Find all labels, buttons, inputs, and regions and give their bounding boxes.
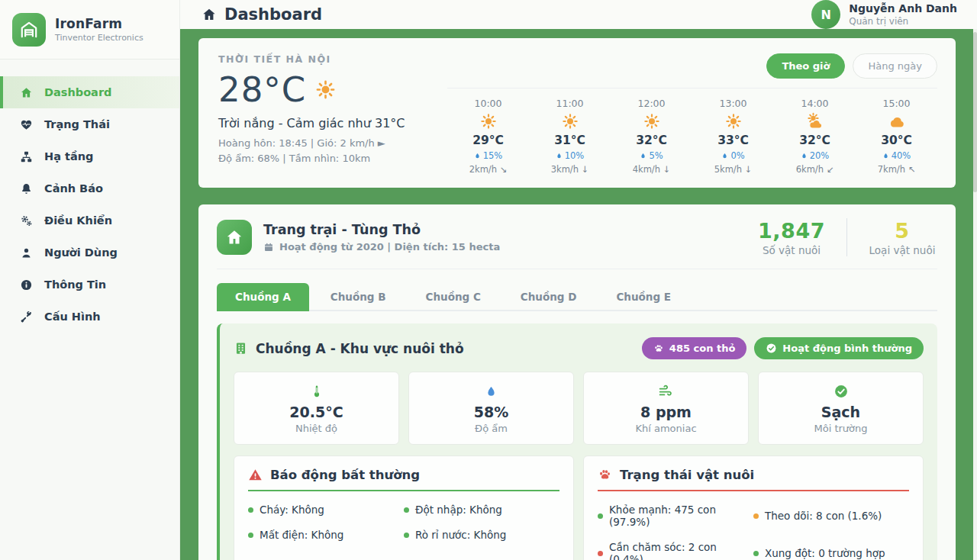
user-name: Nguyễn Anh Danh [849,2,957,16]
forecast-temp: 30°C [881,134,912,147]
brand-header: IronFarm Tinventor Electronics [0,0,179,60]
wind-direction-arrow: ↘ [500,164,508,175]
forecast-temp: 32°C [799,134,830,147]
forecast-wind: 4km/h ↓ [633,164,671,175]
droplet-icon [882,152,889,160]
user-menu[interactable]: N Nguyễn Anh Danh Quản trị viên [811,0,957,29]
metric-humidity: 58% Độ ẩm [408,372,574,445]
hourly-toggle-button[interactable]: Theo giờ [766,53,845,79]
sidebar-item-configuration[interactable]: Cấu Hình [0,301,179,333]
forecast-temp: 32°C [636,134,667,147]
metric-label: Nhiệt độ [242,423,391,434]
content-area: THỜI TIẾT HÀ NỘI 28°C Trời nắng - Cảm gi… [180,29,977,560]
forecast-rain: 15% [474,150,503,161]
sidebar-item-dashboard[interactable]: Dashboard [0,76,179,108]
list-item: Rò rỉ nước: Không [404,529,559,541]
list-item: Theo dõi: 8 con (1.6%) [753,504,909,528]
forecast-toggle-group: Theo giờ Hàng ngày [447,53,937,79]
droplet-icon [474,152,481,160]
droplet-icon [417,383,566,400]
forecast-rain: 20% [801,150,830,161]
weather-detail-line2: Độ ẩm: 68% | Tầm nhìn: 10km [218,151,441,166]
droplet-icon [801,152,808,160]
tab-barn-b[interactable]: Chuồng B [312,283,405,311]
sun-icon [725,112,742,130]
stat-label: Số vật nuôi [756,244,827,256]
sidebar-item-infrastructure[interactable]: Hạ tầng [0,140,179,172]
forecast-temp: 29°C [472,134,504,147]
home-icon [202,7,217,22]
forecast-hour: 14:00 32°C 20% 6km/h ↙ [774,96,856,175]
sidebar-item-alerts[interactable]: Cảnh Báo [0,172,179,204]
forecast-wind: 3km/h ↓ [551,164,589,175]
sidebar-item-information[interactable]: Thông Tin [0,269,179,301]
gears-icon [18,214,34,227]
brand-subtitle: Tinventor Electronics [55,33,143,43]
stat-label: Loại vật nuôi [867,244,937,256]
sitemap-icon [18,150,34,163]
sidebar-item-control[interactable]: Điều Khiển [0,204,179,237]
livestock-panel-title: Trạng thái vật nuôi [620,468,754,482]
scrollbar-thumb[interactable] [973,32,977,192]
main-area: Dashboard N Nguyễn Anh Danh Quản trị viê… [180,0,977,560]
tab-barn-e[interactable]: Chuồng E [598,283,689,311]
forecast-temp: 31°C [554,134,585,147]
forecast-hour: 11:00 31°C 10% 3km/h ↓ [529,96,611,175]
page-title: Dashboard [202,5,322,24]
stat-divider [846,218,847,256]
metric-temperature: 20.5°C Nhiệt độ [234,372,399,445]
wind-icon [592,383,740,400]
forecast-wind: 5km/h ↓ [714,164,753,175]
sidebar-item-status[interactable]: Trạng Thái [0,108,179,140]
current-temperature: 28°C [218,69,306,110]
forecast-hour: 12:00 32°C 5% 4km/h ↓ [611,96,692,175]
metric-label: Độ ẩm [417,423,566,434]
stat-value: 5 [867,219,937,243]
home-icon [18,86,34,99]
farm-home-icon [217,220,252,255]
scrollbar[interactable] [973,29,977,560]
check-circle-icon [766,383,915,400]
status-dot [248,533,253,538]
sidebar-item-label: Thông Tin [44,278,106,291]
barn-logo-icon [12,13,46,47]
tab-barn-d[interactable]: Chuồng D [502,283,595,311]
tab-barn-a[interactable]: Chuồng A [217,283,309,311]
check-circle-icon [766,343,777,354]
tools-icon [18,311,34,323]
metric-label: Môi trường [766,423,915,434]
sun-cloud-icon [806,112,824,130]
metric-label: Khí amoniac [592,423,740,434]
brand-name: IronFarm [55,16,143,31]
warning-triangle-icon [248,468,263,482]
list-item: Cháy: Không [248,504,404,516]
calendar-icon [263,242,274,253]
daily-toggle-button[interactable]: Hàng ngày [853,53,937,79]
users-icon [18,246,34,259]
wind-direction-arrow: ↓ [745,164,753,175]
sun-icon [643,112,660,130]
sidebar-item-users[interactable]: Người Dùng [0,237,179,269]
status-dot [753,513,759,519]
forecast-wind: 6km/h ↙ [796,164,834,175]
forecast-hour: 13:00 33°C 0% 5km/h ↓ [692,96,774,175]
status-dot [598,551,603,556]
metrics-row: 20.5°C Nhiệt độ 58% Độ ẩm 8 ppm Khí amon… [234,372,924,445]
list-item: Khỏe mạnh: 475 con (97.9%) [598,504,753,528]
list-item: Đột nhập: Không [404,504,559,516]
sidebar-item-label: Cấu Hình [44,311,101,323]
sidebar-item-label: Hạ tầng [44,150,93,163]
avatar: N [811,0,840,29]
metric-value: Sạch [766,404,915,420]
alerts-panel: Báo động bất thường Cháy: Không Đột nhập… [234,455,574,560]
sun-icon [480,112,497,130]
status-panels: Báo động bất thường Cháy: Không Đột nhập… [234,455,924,560]
wind-direction-arrow: ↖ [908,164,916,175]
weather-forecast: Theo giờ Hàng ngày 10:00 29°C 15% 2km/h … [441,53,937,175]
weather-summary: THỜI TIẾT HÀ NỘI 28°C Trời nắng - Cảm gi… [218,53,441,175]
sidebar-item-label: Dashboard [44,86,111,98]
forecast-time: 11:00 [556,98,583,109]
user-role: Quản trị viên [849,16,957,27]
tab-barn-c[interactable]: Chuồng C [408,283,499,311]
status-dot [404,533,409,538]
